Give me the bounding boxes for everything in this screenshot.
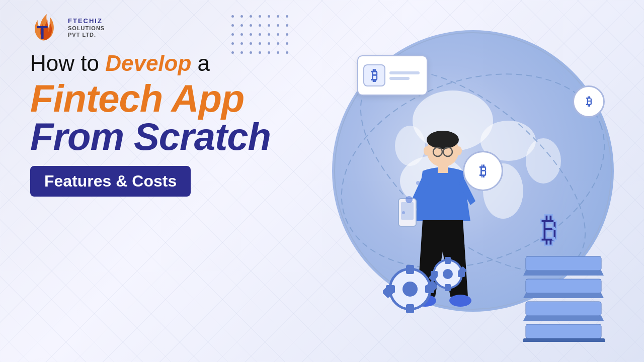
- svg-rect-45: [526, 302, 601, 316]
- features-costs-badge: Features & Costs: [30, 166, 191, 197]
- logo-icon: T: [28, 10, 63, 45]
- logo-text: FTECHIZ SOLUTIONS PVT LTD.: [68, 17, 105, 38]
- svg-marker-44: [523, 293, 604, 298]
- svg-marker-46: [523, 316, 604, 321]
- svg-marker-42: [523, 270, 604, 276]
- svg-point-20: [424, 146, 430, 155]
- svg-point-33: [443, 269, 453, 279]
- svg-rect-25: [406, 304, 414, 313]
- bitcoin-card: ₿: [357, 55, 428, 96]
- logo: T FTECHIZ SOLUTIONS PVT LTD.: [28, 10, 105, 45]
- right-illustration: ₿ ₿ ₿: [282, 0, 644, 362]
- deco-circle-1: [406, 196, 413, 203]
- svg-rect-19: [438, 165, 448, 173]
- card-line-1: [389, 71, 420, 74]
- svg-rect-34: [445, 257, 451, 264]
- svg-rect-47: [526, 324, 601, 338]
- headline-line3: From Scratch: [30, 118, 292, 156]
- bitcoin-coin-right: ₿: [573, 85, 605, 118]
- svg-point-11: [427, 131, 459, 149]
- card-line-2: [389, 77, 410, 80]
- deco-circle-2: [416, 181, 420, 185]
- headline-line1: How to Develop a: [30, 50, 292, 77]
- svg-point-23: [403, 282, 418, 297]
- banner: T FTECHIZ SOLUTIONS PVT LTD. How to Deve…: [0, 0, 644, 362]
- deco-circle-3: [402, 211, 405, 214]
- svg-rect-24: [406, 265, 414, 274]
- bitcoin-b-icon: ₿: [363, 64, 385, 86]
- server-stack-illustration: ₿: [511, 201, 611, 342]
- svg-rect-49: [523, 338, 605, 342]
- headline-line2: Fintech App: [30, 79, 292, 118]
- svg-rect-41: [526, 256, 601, 270]
- left-content: How to Develop a Fintech App From Scratc…: [30, 50, 292, 197]
- svg-point-21: [456, 146, 462, 155]
- svg-point-6: [526, 138, 561, 184]
- gears-illustration: [382, 254, 483, 324]
- svg-text:T: T: [37, 23, 48, 43]
- svg-rect-43: [526, 279, 601, 293]
- svg-text:₿: ₿: [541, 212, 557, 248]
- svg-rect-35: [445, 284, 451, 291]
- card-lines: [389, 71, 420, 80]
